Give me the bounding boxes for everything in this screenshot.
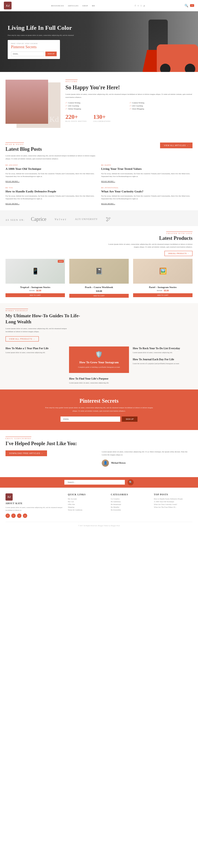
guide-item-2-text: Lorem ipsum dolor sit amet, consectetur … [133,351,193,354]
testimonials-grid: DOWNLOAD FREE ARTICLES → Lorem ipsum dol… [5,451,193,466]
search-input[interactable] [64,480,125,485]
guide-item-2-title[interactable]: How To Rock Your To-Do List Everyday [133,346,193,350]
nav-item-articles[interactable]: ARTICLES [68,5,79,7]
blog-post-3-title: What Are Your Curiosity Goals? [101,189,193,193]
header-logo[interactable]: Kd [4,2,11,9]
footer-top-post-2[interactable]: What Are Your Curiosity Goals? [154,503,193,505]
blog-post-1-read-more[interactable]: READ MORE › [101,180,115,183]
product-name-1: Peach – Course Workbook [69,286,129,288]
footer-quick-links-list: My Account My Cart Offer Site Shipping T… [68,498,107,511]
footer-link-cart[interactable]: My Cart [68,501,107,502]
testimonial-quote: Lorem ipsum dolor sit amet, consectetur … [102,451,193,466]
guide-item-2: How To Rock Your To-Do List Everyday Lor… [133,346,193,354]
footer-top-posts-title: Top Posts [154,493,193,496]
products-section: CREATED WITH LOVE Latest Products Lorem … [0,226,198,303]
blog-post-1: BE HAPPY Living Your True Tested Values … [101,164,193,182]
search-icon[interactable]: 🔍 [185,4,188,7]
product-price-new-2: $8.00 [164,289,169,292]
footer-twitter-icon[interactable]: t [11,514,16,518]
logo-caprice: Caprice [31,216,46,222]
check-content-writing-1: ✓ Content Writing [66,102,129,104]
footer-cat-irresistible[interactable]: Be Irresistible [111,509,149,511]
blog-post-0-read-more[interactable]: READ MORE › [5,180,19,183]
guide-item-0: How To Make a 5 Year Plan For Life Lorem… [5,346,65,354]
guides-view-all-button[interactable]: VIEW ALL PRODUCTS → [5,336,39,342]
hero-scooter-decoration [116,11,198,72]
cart-icon[interactable]: 0 [190,4,194,7]
testimonial-avatar: 👤 [102,460,109,467]
footer-cat-creative[interactable]: Go Creative [111,498,149,500]
welcome-checks-grid: ✓ Content Writing ✓ Content Writing ✓ Li… [66,102,193,110]
site-header: Kd RESOURCES ARTICLES SHOP ME f t i p 🔍 … [0,0,198,11]
nav-item-shop[interactable]: SHOP [82,5,88,7]
welcome-content: WELCOME So Happy You're Here! Lorem ipsu… [66,80,193,122]
search-submit-icon[interactable]: 🔍 [128,479,134,486]
footer-pinterest-icon[interactable]: p [23,514,27,518]
pinterest-cta-email-input[interactable] [61,416,120,422]
footer-link-offer[interactable]: Offer Site [68,503,107,505]
hero-signup-button[interactable]: SIGN UP [45,52,57,56]
welcome-image-container: Kd [5,80,61,129]
product-image-1: 📓 [69,259,129,284]
product-price-old-0: $17.00 [29,289,34,291]
main-nav: RESOURCES ARTICLES SHOP ME [51,5,95,7]
product-name-2: Pastel – Instagram Stories [133,286,193,288]
blog-post-2-read-more[interactable]: READ MORE › [5,203,19,205]
blog-post-2-title: How to Handle Easily Defensive People [5,189,97,193]
view-all-products-button[interactable]: VIEW ALL PRODUCTS → [164,251,193,256]
view-all-articles-button[interactable]: VIEW ALL ARTICLES → [160,143,193,148]
twitter-icon[interactable]: t [138,4,138,7]
add-to-cart-button-0[interactable]: ADD TO CART [5,293,65,297]
welcome-text: Lorem ipsum dolor sit amet, consectetur … [66,93,193,99]
footer-cat-ambitious[interactable]: Be Ambitious [111,501,149,502]
footer-top-post-3[interactable]: What Are The Four Pillars Of... [154,506,193,508]
footer-cat-intentional[interactable]: Be Intentional [111,503,149,505]
add-to-cart-button-2[interactable]: ADD TO CART [133,293,193,297]
pinterest-icon[interactable]: p [144,4,145,7]
check-life-coaching-1: ✓ Life Coaching [66,105,129,107]
stat-blog-posts: 220+ BLOG POSTS WRITTEN [66,113,87,122]
facebook-icon[interactable]: f [135,4,135,7]
footer-top-post-0[interactable]: How to Handle Easily Defensive People [154,498,193,500]
blog-post-1-tag: BE HAPPY [101,164,193,166]
guide-featured-title[interactable]: How To Grow Your Instagram [73,360,124,364]
blog-post-0-text: Far far away, behind the word mountains,… [5,172,97,178]
footer-top-post-1[interactable]: A 1000-Year-Old Technique [154,501,193,502]
blog-tag: READ & ENJOY [5,143,24,145]
guide-item-3: How To Find Your Life's Purpose Lorem ip… [69,377,129,384]
guides-title: My Ultimate How-To Guides To Life-Long W… [5,313,82,325]
footer-logo[interactable]: Kd [5,493,13,501]
stat-blog-posts-number: 220+ [66,113,87,120]
logo-dove: 🕊 [106,216,111,222]
add-to-cart-button-1[interactable]: ADD TO CART [69,294,129,298]
nav-item-me[interactable]: ME [92,5,95,7]
testimonials-title: I've Helped People Just Like You: [5,441,193,447]
hero-email-input[interactable] [11,52,44,56]
footer-grid: Kd About Kate Lorem ipsum dolor sit amet… [5,493,193,518]
pinterest-cta-text: Free step-by-step guide lorem ipsum dolo… [44,406,154,412]
products-grid: 📱 SALE Tropical – Instagram Stories $17.… [5,259,193,298]
guide-item-4-title[interactable]: How To Journal Each Day For Life [133,358,193,361]
pinterest-cta-signup-button[interactable]: SIGN UP [122,416,137,422]
footer-link-terms[interactable]: Terms & Conditions [68,509,107,511]
footer-categories-title: Categories [111,493,149,496]
product-badge-0: SALE [58,260,64,263]
instagram-icon[interactable]: i [141,4,142,7]
guide-item-0-title[interactable]: How To Make a 5 Year Plan For Life [5,346,65,350]
product-image-2: 🖼️ [133,259,193,284]
footer-link-account[interactable]: My Account [68,498,107,500]
guide-item-4-text: Learn the secrets of a popular (and prof… [133,362,193,365]
footer-cat-mindful[interactable]: Be Mindful [111,506,149,508]
footer-link-shipping[interactable]: Shipping [68,506,107,508]
blog-grid: BE ANCIENT A 1000-Year-Old Technique Far… [5,164,193,205]
nav-item-resources[interactable]: RESOURCES [51,5,64,7]
product-card-0: 📱 SALE Tropical – Instagram Stories $17.… [5,259,65,298]
site-footer: Kd About Kate Lorem ipsum dolor sit amet… [0,488,198,532]
footer-instagram-icon[interactable]: i [17,514,22,518]
download-articles-button[interactable]: DOWNLOAD FREE ARTICLES → [5,451,47,456]
as-seen-on-label: As Seen On: [5,219,25,221]
guide-item-3-title[interactable]: How To Find Your Life's Purpose [69,377,129,380]
guide-featured-text: Complete guide to building a profitable … [73,366,124,369]
footer-facebook-icon[interactable]: f [5,514,10,518]
blog-post-3-read-more[interactable]: READ MORE › [101,203,115,205]
